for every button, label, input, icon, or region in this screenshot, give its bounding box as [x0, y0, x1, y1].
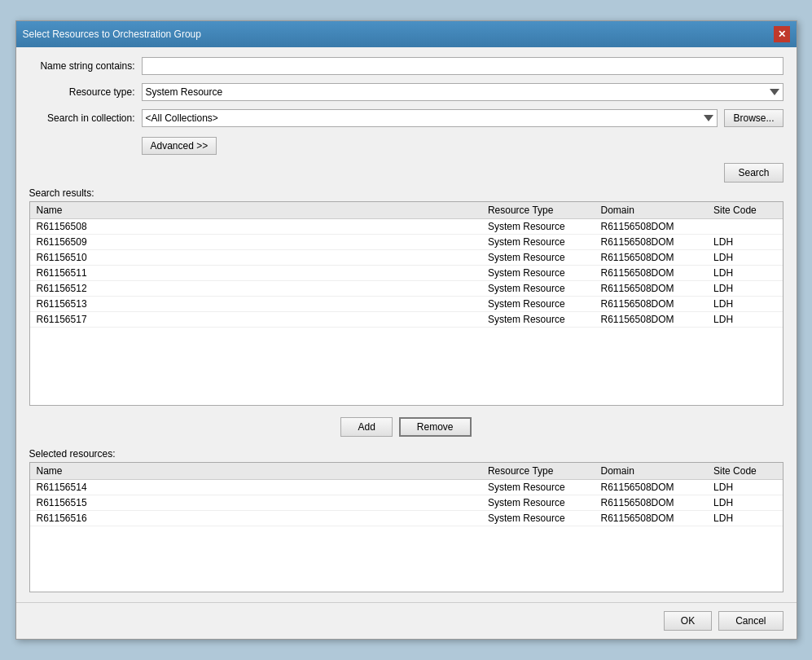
search-results-section: Search results: Name Resource Type Domai…	[29, 187, 783, 406]
cell-site-code: LDH	[707, 235, 782, 250]
footer-buttons: OK Cancel	[16, 602, 797, 639]
name-string-row: Name string contains:	[29, 57, 783, 75]
dialog: Select Resources to Orchestration Group …	[15, 20, 797, 640]
table-row[interactable]: R61156508 System Resource R61156508DOM	[30, 219, 783, 235]
col-header-domain: Domain	[595, 202, 708, 219]
table-row[interactable]: R61156514 System Resource R61156508DOM L…	[30, 480, 783, 495]
selected-resources-label: Selected resources:	[29, 448, 783, 460]
search-collection-row: Search in collection: <All Collections> …	[29, 109, 783, 127]
cell-name: R61156511	[30, 266, 481, 281]
cell-domain: R61156508DOM	[595, 511, 708, 526]
resource-type-select[interactable]: System Resource	[142, 83, 783, 101]
action-row: Add Remove	[29, 411, 783, 443]
selected-header-row: Name Resource Type Domain Site Code	[30, 463, 783, 480]
table-row[interactable]: R61156515 System Resource R61156508DOM L…	[30, 495, 783, 511]
cell-name: R61156514	[30, 480, 481, 495]
table-row[interactable]: R61156509 System Resource R61156508DOM L…	[30, 235, 783, 250]
cell-resource-type: System Resource	[481, 312, 595, 328]
cell-name: R61156512	[30, 281, 481, 297]
dialog-content: Name string contains: Resource type: Sys…	[16, 47, 797, 602]
cell-domain: R61156508DOM	[595, 281, 708, 297]
close-button[interactable]: ✕	[774, 26, 790, 42]
cell-site-code: LDH	[707, 495, 782, 511]
resource-type-row: Resource type: System Resource	[29, 83, 783, 101]
cell-site-code: LDH	[707, 250, 782, 266]
cell-resource-type: System Resource	[481, 250, 595, 266]
cell-name: R61156517	[30, 312, 481, 328]
search-results-label: Search results:	[29, 187, 783, 199]
dialog-title: Select Resources to Orchestration Group	[23, 29, 201, 40]
cell-site-code: LDH	[707, 297, 782, 312]
cell-resource-type: System Resource	[481, 266, 595, 281]
cell-name: R61156509	[30, 235, 481, 250]
col-header-resource-type: Resource Type	[481, 202, 595, 219]
cell-site-code: LDH	[707, 480, 782, 495]
collection-select[interactable]: <All Collections>	[142, 109, 718, 127]
table-row[interactable]: R61156517 System Resource R61156508DOM L…	[30, 312, 783, 328]
cell-domain: R61156508DOM	[595, 235, 708, 250]
sel-col-header-resource-type: Resource Type	[481, 463, 595, 480]
selected-resources-container: Name Resource Type Domain Site Code R611…	[29, 462, 783, 592]
search-results-container: Name Resource Type Domain Site Code R611…	[29, 201, 783, 406]
cell-resource-type: System Resource	[481, 281, 595, 297]
cell-domain: R61156508DOM	[595, 297, 708, 312]
remove-button[interactable]: Remove	[399, 417, 472, 437]
ok-button[interactable]: OK	[664, 611, 712, 631]
name-string-label: Name string contains:	[29, 60, 135, 72]
cell-resource-type: System Resource	[481, 511, 595, 526]
cell-resource-type: System Resource	[481, 480, 595, 495]
cell-domain: R61156508DOM	[595, 266, 708, 281]
col-header-name: Name	[30, 202, 481, 219]
table-row[interactable]: R61156511 System Resource R61156508DOM L…	[30, 266, 783, 281]
search-button[interactable]: Search	[724, 163, 783, 183]
cell-domain: R61156508DOM	[595, 250, 708, 266]
selected-resources-table: Name Resource Type Domain Site Code R611…	[30, 463, 783, 526]
cell-resource-type: System Resource	[481, 235, 595, 250]
cell-name: R61156516	[30, 511, 481, 526]
advanced-button[interactable]: Advanced >>	[142, 137, 217, 155]
cell-name: R61156515	[30, 495, 481, 511]
table-row[interactable]: R61156513 System Resource R61156508DOM L…	[30, 297, 783, 312]
sel-col-header-site-code: Site Code	[707, 463, 782, 480]
add-button[interactable]: Add	[340, 417, 392, 437]
table-row[interactable]: R61156516 System Resource R61156508DOM L…	[30, 511, 783, 526]
cell-name: R61156513	[30, 297, 481, 312]
name-string-input[interactable]	[142, 57, 783, 75]
advanced-row: Advanced >>	[29, 135, 783, 155]
col-header-site-code: Site Code	[707, 202, 782, 219]
cell-name: R61156508	[30, 219, 481, 235]
sel-col-header-name: Name	[30, 463, 481, 480]
cell-resource-type: System Resource	[481, 219, 595, 235]
selected-resources-section: Selected resources: Name Resource Type D…	[29, 448, 783, 592]
cell-site-code: LDH	[707, 312, 782, 328]
cell-domain: R61156508DOM	[595, 312, 708, 328]
resource-type-label: Resource type:	[29, 86, 135, 98]
cell-site-code	[707, 219, 782, 235]
cell-name: R61156510	[30, 250, 481, 266]
table-row[interactable]: R61156510 System Resource R61156508DOM L…	[30, 250, 783, 266]
cell-site-code: LDH	[707, 281, 782, 297]
search-results-header-row: Name Resource Type Domain Site Code	[30, 202, 783, 219]
search-collection-label: Search in collection:	[29, 112, 135, 124]
cell-domain: R61156508DOM	[595, 219, 708, 235]
cell-site-code: LDH	[707, 266, 782, 281]
title-bar: Select Resources to Orchestration Group …	[16, 21, 797, 47]
search-results-table: Name Resource Type Domain Site Code R611…	[30, 202, 783, 328]
table-row[interactable]: R61156512 System Resource R61156508DOM L…	[30, 281, 783, 297]
cell-domain: R61156508DOM	[595, 495, 708, 511]
cell-site-code: LDH	[707, 511, 782, 526]
search-row: Search	[29, 163, 783, 183]
cell-resource-type: System Resource	[481, 495, 595, 511]
sel-col-header-domain: Domain	[595, 463, 708, 480]
browse-button[interactable]: Browse...	[724, 109, 783, 127]
cell-resource-type: System Resource	[481, 297, 595, 312]
cancel-button[interactable]: Cancel	[718, 611, 783, 631]
cell-domain: R61156508DOM	[595, 480, 708, 495]
